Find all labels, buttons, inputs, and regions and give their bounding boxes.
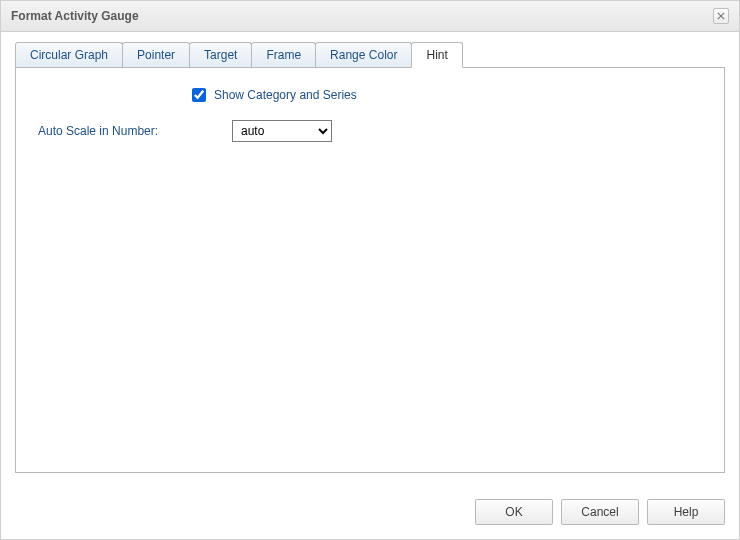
tabs-row: Circular Graph Pointer Target Frame Rang… xyxy=(15,42,725,67)
ok-button-label: OK xyxy=(505,505,522,519)
hint-panel: Show Category and Series Auto Scale in N… xyxy=(15,67,725,473)
cancel-button[interactable]: Cancel xyxy=(561,499,639,525)
tab-label: Circular Graph xyxy=(30,48,108,62)
close-button[interactable] xyxy=(713,8,729,24)
tab-circular-graph[interactable]: Circular Graph xyxy=(15,42,123,67)
dialog-content: Circular Graph Pointer Target Frame Rang… xyxy=(1,32,739,487)
help-button-label: Help xyxy=(674,505,699,519)
tab-label: Range Color xyxy=(330,48,397,62)
show-category-row: Show Category and Series xyxy=(192,88,708,102)
cancel-button-label: Cancel xyxy=(581,505,618,519)
help-button[interactable]: Help xyxy=(647,499,725,525)
format-activity-gauge-dialog: Format Activity Gauge Circular Graph Poi… xyxy=(0,0,740,540)
tab-target[interactable]: Target xyxy=(189,42,252,67)
tab-range-color[interactable]: Range Color xyxy=(315,42,412,67)
tab-pointer[interactable]: Pointer xyxy=(122,42,190,67)
auto-scale-row: Auto Scale in Number: auto xyxy=(32,120,708,142)
auto-scale-label: Auto Scale in Number: xyxy=(32,124,232,138)
tab-label: Pointer xyxy=(137,48,175,62)
tab-label: Frame xyxy=(266,48,301,62)
ok-button[interactable]: OK xyxy=(475,499,553,525)
show-category-label: Show Category and Series xyxy=(214,88,357,102)
tab-label: Target xyxy=(204,48,237,62)
auto-scale-select[interactable]: auto xyxy=(232,120,332,142)
tab-label: Hint xyxy=(426,48,447,62)
dialog-title: Format Activity Gauge xyxy=(11,9,139,23)
tab-hint[interactable]: Hint xyxy=(411,42,462,68)
title-bar: Format Activity Gauge xyxy=(1,1,739,32)
close-icon xyxy=(717,12,725,20)
button-row: OK Cancel Help xyxy=(1,487,739,539)
tab-frame[interactable]: Frame xyxy=(251,42,316,67)
show-category-checkbox[interactable] xyxy=(192,88,206,102)
